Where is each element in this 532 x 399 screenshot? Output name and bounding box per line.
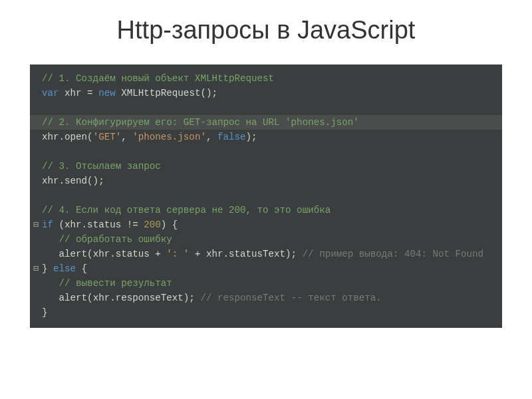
slide: Http-запросы в JavaScript // 1. Создаём … (0, 0, 532, 399)
comment: // 1. Создаём новый объект XMLHttpReques… (42, 73, 274, 84)
code-line-13: alert(xhr.responseText); // responseText… (30, 291, 502, 305)
code-block: // 1. Создаём новый объект XMLHttpReques… (30, 65, 502, 328)
code-line-9: // обработать ошибку (30, 232, 502, 247)
code-line-1: // 1. Создаём новый объект XMLHttpReques… (30, 71, 502, 86)
comment: // responseText -- текст ответа. (200, 293, 381, 303)
comment: // пример вывода: 404: Not Found (303, 249, 483, 259)
code-line-12: // вывести результат (30, 276, 502, 291)
code-line-5: // 3. Отсылаем запрос (30, 159, 502, 174)
fold-icon[interactable]: ⊟ (30, 261, 42, 276)
code-line-14: } (30, 305, 502, 320)
code-line-3: // 2. Конфигурируем его: GET-запрос на U… (30, 115, 502, 130)
code-line-8: ⊟if (xhr.status != 200) { (30, 217, 502, 232)
code-line-10: alert(xhr.status + ': ' + xhr.statusText… (30, 247, 502, 261)
comment: // обработать ошибку (59, 234, 172, 245)
comment: // 3. Отсылаем запрос (42, 161, 161, 172)
comment: // вывести результат (59, 278, 172, 289)
code-line-blank (30, 100, 502, 115)
code-line-7: // 4. Если код ответа сервера не 200, то… (30, 203, 502, 217)
code-line-6: xhr.send(); (30, 174, 502, 188)
code-line-11: ⊟} else { (30, 261, 502, 276)
fold-icon[interactable]: ⊟ (30, 217, 42, 232)
code-line-blank (30, 188, 502, 203)
comment: // 2. Конфигурируем его: GET-запрос на U… (42, 117, 359, 128)
code-line-4: xhr.open('GET', 'phones.json', false); (30, 130, 502, 144)
code-line-2: var xhr = new XMLHttpRequest(); (30, 86, 502, 100)
comment: // 4. Если код ответа сервера не 200, то… (42, 205, 331, 215)
slide-title: Http-запросы в JavaScript (0, 0, 532, 65)
code-line-blank (30, 144, 502, 159)
